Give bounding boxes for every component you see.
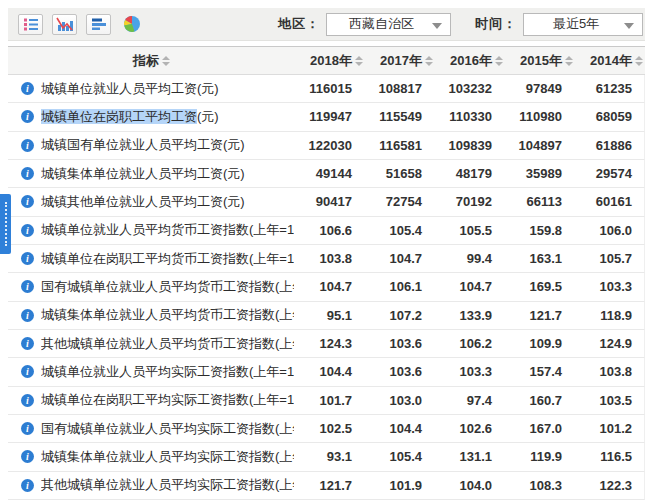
bar-chart-icon: [91, 17, 107, 31]
indicator-label: 城镇集体单位就业人员平均货币工资指数(上年=100): [41, 306, 294, 324]
sort-icon: [565, 56, 573, 66]
value-cell: 104.7: [294, 279, 364, 294]
table-row[interactable]: i城镇单位就业人员平均货币工资指数(上年=100)106.6105.4105.5…: [8, 217, 645, 245]
value-cell: 102.5: [294, 421, 364, 436]
table-row[interactable]: i城镇单位在岗职工平均实际工资指数(上年=100)101.7103.097.41…: [8, 387, 645, 415]
value-cell: 35989: [504, 166, 574, 181]
table-row[interactable]: i国有城镇单位就业人员平均实际工资指数(上年=100)102.5104.4102…: [8, 415, 645, 443]
sidebar-collapse-handle[interactable]: [0, 194, 11, 254]
info-icon[interactable]: i: [21, 479, 34, 492]
value-cell: 133.9: [434, 308, 504, 323]
table-row[interactable]: i城镇集体单位就业人员平均工资(元)4914451658481793598929…: [8, 160, 645, 188]
table-row[interactable]: i城镇国有单位就业人员平均工资(元)1220301165811098391048…: [8, 132, 645, 160]
value-cell: 95.1: [294, 308, 364, 323]
value-cell: 66113: [504, 194, 574, 209]
value-cell: 102.6: [434, 421, 504, 436]
info-icon[interactable]: i: [21, 167, 34, 180]
table-row[interactable]: i城镇其他单位就业人员平均工资(元)9041772754701926611360…: [8, 188, 645, 216]
pie-chart-button[interactable]: [122, 14, 142, 34]
indicator-label: 城镇单位就业人员平均货币工资指数(上年=100): [41, 221, 294, 239]
value-cell: 116015: [294, 81, 364, 96]
year-column-header[interactable]: 2017年: [365, 52, 435, 70]
region-label: 地区：: [278, 15, 320, 33]
value-cell: 119947: [294, 109, 364, 124]
table-row[interactable]: i国有城镇单位就业人员平均货币工资指数(上年=100)104.7106.1104…: [8, 273, 645, 301]
year-column-header[interactable]: 2018年: [295, 52, 365, 70]
indicator-label: 城镇单位在岗职工平均货币工资指数(上年=100): [41, 250, 294, 268]
list-view-button[interactable]: [18, 14, 43, 35]
bar-chart-button[interactable]: [86, 14, 111, 35]
info-icon[interactable]: i: [21, 422, 34, 435]
table-row[interactable]: i其他城镇单位就业人员平均货币工资指数(上年=100)124.3103.6106…: [8, 330, 645, 358]
info-icon[interactable]: i: [21, 337, 34, 350]
indicator-label: 国有城镇单位就业人员平均货币工资指数(上年=100): [41, 278, 294, 296]
indicator-label: 城镇单位就业人员平均实际工资指数(上年=100): [41, 363, 294, 381]
value-cell: 116.5: [574, 449, 644, 464]
value-cell: 157.4: [504, 364, 574, 379]
indicator-label: 其他城镇单位就业人员平均货币工资指数(上年=100): [41, 335, 294, 353]
column-chart-icon: [56, 17, 73, 32]
value-cell: 104.7: [434, 279, 504, 294]
info-icon[interactable]: i: [21, 224, 34, 237]
info-icon[interactable]: i: [21, 252, 34, 265]
info-icon[interactable]: i: [21, 280, 34, 293]
indicator-column-header[interactable]: 指标: [8, 52, 295, 70]
value-cell: 97849: [504, 81, 574, 96]
sort-icon: [425, 56, 433, 66]
value-cell: 104.4: [294, 364, 364, 379]
value-cell: 97.4: [434, 393, 504, 408]
value-cell: 103.6: [364, 364, 434, 379]
info-icon[interactable]: i: [21, 450, 34, 463]
value-cell: 106.6: [294, 223, 364, 238]
info-icon[interactable]: i: [21, 139, 34, 152]
table-row[interactable]: i城镇集体单位就业人员平均实际工资指数(上年=100)93.1105.4131.…: [8, 443, 645, 471]
table-row[interactable]: i城镇单位就业人员平均实际工资指数(上年=100)104.4103.6103.3…: [8, 358, 645, 386]
table-body: i城镇单位就业人员平均工资(元)116015108817103232978496…: [8, 75, 645, 500]
value-cell: 103.3: [434, 364, 504, 379]
toolbar: 地区： 西藏自治区 时间： 最近5年: [8, 8, 645, 41]
value-cell: 116581: [364, 138, 434, 153]
value-cell: 119.9: [504, 449, 574, 464]
value-cell: 105.7: [574, 251, 644, 266]
year-column-header[interactable]: 2015年: [505, 52, 575, 70]
info-icon[interactable]: i: [21, 394, 34, 407]
value-cell: 122.3: [574, 478, 644, 493]
value-cell: 99.4: [434, 251, 504, 266]
table-row[interactable]: i城镇集体单位就业人员平均货币工资指数(上年=100)95.1107.2133.…: [8, 302, 645, 330]
chevron-down-icon: [624, 23, 634, 29]
column-chart-button[interactable]: [52, 14, 77, 35]
info-icon[interactable]: i: [21, 110, 34, 123]
year-header-label: 2018年: [310, 52, 352, 70]
filter-group: 地区： 西藏自治区 时间： 最近5年: [278, 13, 643, 36]
value-cell: 101.7: [294, 393, 364, 408]
value-cell: 29574: [574, 166, 644, 181]
value-cell: 104.4: [364, 421, 434, 436]
table-row[interactable]: i城镇单位就业人员平均工资(元)116015108817103232978496…: [8, 75, 645, 103]
value-cell: 106.2: [434, 336, 504, 351]
info-icon[interactable]: i: [21, 365, 34, 378]
list-view-icon: [23, 17, 39, 31]
indicator-label: 城镇国有单位就业人员平均工资(元): [41, 136, 294, 154]
value-cell: 108817: [364, 81, 434, 96]
info-icon[interactable]: i: [21, 195, 34, 208]
year-column-header[interactable]: 2016年: [435, 52, 505, 70]
value-cell: 103.6: [364, 336, 434, 351]
indicator-label: 其他城镇单位就业人员平均实际工资指数(上年=100): [41, 476, 294, 494]
value-cell: 122030: [294, 138, 364, 153]
info-icon[interactable]: i: [21, 82, 34, 95]
value-cell: 131.1: [434, 449, 504, 464]
table-row[interactable]: i城镇单位在岗职工平均货币工资指数(上年=100)103.8104.799.41…: [8, 245, 645, 273]
table-row[interactable]: i其他城镇单位就业人员平均实际工资指数(上年=100)121.7101.9104…: [8, 472, 645, 500]
selected-text: 城镇单位在岗职工平均工资: [41, 109, 197, 124]
year-column-header[interactable]: 2014年: [575, 52, 645, 70]
time-select[interactable]: 最近5年: [523, 13, 643, 36]
value-cell: 101.2: [574, 421, 644, 436]
region-select[interactable]: 西藏自治区: [326, 13, 451, 36]
value-cell: 61886: [574, 138, 644, 153]
info-icon[interactable]: i: [21, 309, 34, 322]
table-row[interactable]: i城镇单位在岗职工平均工资(元)119947115549110330110980…: [8, 103, 645, 131]
value-cell: 109839: [434, 138, 504, 153]
year-header-label: 2016年: [450, 52, 492, 70]
indicator-label: 城镇单位在岗职工平均实际工资指数(上年=100): [41, 391, 294, 409]
indicator-header-label: 指标: [133, 52, 159, 70]
